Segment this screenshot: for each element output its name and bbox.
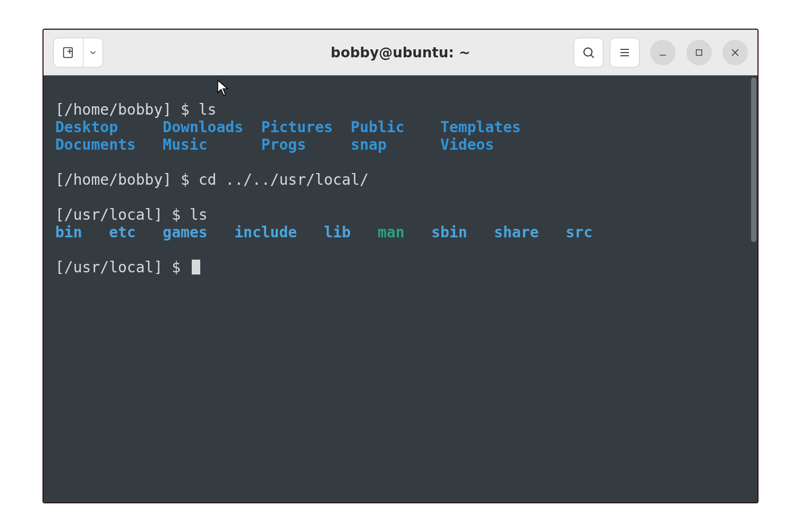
ls-entry: man (378, 224, 405, 241)
search-button[interactable] (574, 38, 603, 67)
ls-entry: Videos (440, 136, 494, 153)
scrollbar-thumb[interactable] (751, 78, 756, 242)
terminal-prompt: [/usr/local] $ (55, 259, 190, 276)
terminal-command: ls (199, 101, 217, 118)
svg-point-3 (584, 48, 592, 56)
terminal-prompt: [/home/bobby] $ (55, 171, 199, 188)
svg-rect-0 (63, 47, 72, 57)
terminal-output[interactable]: [/home/bobby] $ lsDesktop Downloads Pict… (44, 75, 749, 502)
hamburger-icon (618, 46, 631, 59)
terminal-cursor (192, 260, 200, 274)
header-right-controls (574, 38, 748, 67)
chevron-down-icon (88, 48, 98, 57)
ls-entry: Templates (440, 118, 521, 136)
new-tab-icon (61, 45, 76, 60)
ls-entry: include (234, 224, 297, 241)
terminal-window: bobby@ubuntu: ~ (42, 29, 759, 503)
ls-entry: snap (351, 136, 386, 153)
titlebar: bobby@ubuntu: ~ (44, 30, 757, 75)
ls-entry: Downloads (163, 118, 243, 136)
close-icon (730, 47, 740, 58)
ls-entry: bin (55, 224, 82, 241)
ls-entry: share (494, 224, 539, 241)
maximize-icon (694, 48, 704, 57)
ls-entry: Progs (261, 136, 306, 153)
search-icon (582, 46, 595, 59)
close-button[interactable] (722, 40, 748, 65)
ls-entry: etc (109, 224, 136, 241)
terminal-command: ls (190, 206, 208, 224)
ls-entry: Documents (55, 136, 136, 153)
tab-controls (53, 38, 103, 67)
svg-line-4 (591, 55, 593, 57)
minimize-icon (658, 47, 668, 58)
tab-dropdown-button[interactable] (83, 38, 103, 67)
svg-rect-9 (696, 49, 702, 55)
terminal-prompt: [/usr/local] $ (55, 206, 190, 224)
maximize-button[interactable] (686, 40, 712, 65)
ls-entry: Pictures (261, 118, 333, 136)
ls-entry: Music (163, 136, 207, 153)
ls-entry: games (163, 224, 207, 241)
terminal-prompt: [/home/bobby] $ (55, 101, 199, 118)
menu-button[interactable] (610, 38, 640, 67)
terminal-viewport[interactable]: [/home/bobby] $ lsDesktop Downloads Pict… (44, 75, 757, 502)
ls-entry: Public (351, 118, 404, 136)
new-tab-button[interactable] (53, 38, 83, 67)
ls-entry: src (566, 224, 593, 241)
ls-entry: lib (324, 224, 351, 241)
minimize-button[interactable] (650, 40, 676, 65)
ls-entry: sbin (431, 224, 467, 241)
ls-entry: Desktop (55, 118, 118, 136)
terminal-command: cd ../../usr/local/ (199, 171, 369, 188)
